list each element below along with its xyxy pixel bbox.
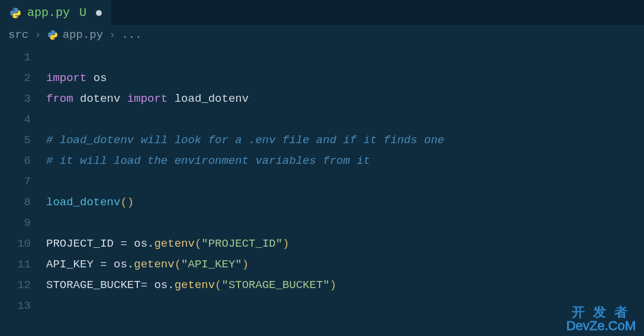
line-number: 10 — [0, 234, 31, 254]
code-line: PROJECT_ID = os.getenv("PROJECT_ID") — [46, 234, 644, 254]
line-number-gutter: 1 2 3 4 5 6 7 8 9 10 11 12 13 — [0, 47, 46, 316]
line-number: 5 — [0, 130, 31, 151]
python-icon — [47, 30, 58, 40]
watermark-en: DevZe.CoM — [566, 319, 636, 332]
line-number: 7 — [0, 172, 31, 192]
line-number: 8 — [0, 192, 31, 213]
chevron-right-icon: › — [34, 28, 41, 41]
python-icon — [9, 7, 21, 19]
code-line: from dotenv import load_dotenv — [46, 89, 644, 109]
chevron-right-icon: › — [109, 28, 115, 41]
code-line — [46, 213, 644, 234]
breadcrumb-filename: app.py — [63, 28, 103, 41]
code-line — [46, 172, 644, 192]
code-line: # it will load the environment variables… — [46, 151, 644, 172]
tab-git-status: U — [79, 6, 86, 20]
line-number: 12 — [0, 275, 31, 296]
code-line: API_KEY = os.getenv("API_KEY") — [46, 254, 644, 275]
breadcrumb[interactable]: src › app.py › ... — [0, 25, 644, 45]
breadcrumb-folder[interactable]: src — [8, 28, 28, 41]
line-number: 3 — [0, 89, 31, 109]
tab-filename: app.py — [27, 6, 70, 20]
line-number: 6 — [0, 151, 31, 172]
code-line — [46, 47, 644, 68]
code-line — [46, 296, 644, 316]
code-editor[interactable]: 1 2 3 4 5 6 7 8 9 10 11 12 13 import os … — [0, 45, 644, 316]
tab-app-py[interactable]: app.py U — [0, 0, 111, 25]
code-line: import os — [46, 68, 644, 89]
code-line: # load_dotenv will look for a .env file … — [46, 130, 644, 151]
breadcrumb-symbol[interactable]: ... — [121, 28, 141, 41]
line-number: 2 — [0, 68, 31, 89]
line-number: 11 — [0, 254, 31, 275]
code-content[interactable]: import os from dotenv import load_dotenv… — [46, 47, 644, 316]
breadcrumb-file[interactable]: app.py — [47, 28, 103, 41]
code-line: STORAGE_BUCKET= os.getenv("STORAGE_BUCKE… — [46, 275, 644, 296]
unsaved-indicator-icon — [96, 10, 102, 16]
code-line: load_dotenv() — [46, 192, 644, 213]
line-number: 1 — [0, 47, 31, 68]
tab-bar: app.py U — [0, 0, 644, 25]
line-number: 9 — [0, 213, 31, 234]
line-number: 13 — [0, 296, 31, 316]
line-number: 4 — [0, 109, 31, 130]
code-line — [46, 109, 644, 130]
